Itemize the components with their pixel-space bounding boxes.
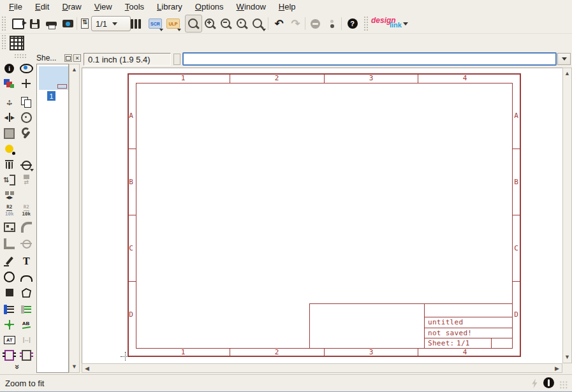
polygon-icon [21, 287, 32, 298]
add-part-tool[interactable] [19, 157, 34, 172]
menu-tools[interactable]: Tools [119, 1, 150, 13]
junction-tool[interactable] [2, 317, 17, 332]
zoom-select-button[interactable] [250, 15, 266, 32]
menu-library[interactable]: Library [150, 1, 189, 13]
scroll-left-icon[interactable]: ◀ [85, 366, 89, 372]
menu-view[interactable]: View [88, 1, 119, 13]
bus-tool[interactable] [2, 301, 17, 317]
dimension-tool[interactable]: |↔| [19, 332, 34, 347]
pinswap-tool[interactable]: ⇅ [2, 172, 17, 187]
ulp-icon: ULP [166, 18, 180, 29]
command-history-dropdown[interactable] [557, 53, 571, 65]
circle-tool[interactable] [2, 269, 17, 284]
toolbar-drag-handle[interactable] [1, 16, 6, 31]
zoom-in-button[interactable] [202, 15, 218, 32]
sheet-selector-combobox[interactable]: 1/1 [91, 16, 131, 31]
value-tool[interactable]: R210k [19, 203, 34, 218]
mirror-tool[interactable]: ◀▶ [2, 110, 17, 125]
polygon-tool[interactable] [19, 285, 34, 300]
toolbar-drag-handle[interactable] [1, 34, 6, 50]
move-tool[interactable]: ↔↕ [2, 94, 17, 110]
copy-tool[interactable] [19, 94, 34, 110]
designlink-dropdown[interactable] [400, 15, 411, 32]
mark-tool[interactable] [19, 76, 34, 91]
menu-help[interactable]: Help [272, 1, 302, 13]
menu-edit[interactable]: Edit [29, 1, 55, 13]
gateswap-tool[interactable]: ⇄ [19, 172, 34, 187]
sheets-scrollbar[interactable]: ▲ ▼ [69, 64, 80, 373]
label-tool[interactable]: AB [19, 317, 34, 332]
delete-tool[interactable] [2, 157, 17, 172]
net-tool[interactable] [19, 301, 34, 317]
port-tool[interactable] [19, 347, 34, 363]
run-script-button[interactable]: SCR [147, 15, 163, 32]
rotate-tool[interactable] [19, 110, 34, 125]
smash-icon [4, 222, 15, 232]
switch-to-board-button[interactable] [10, 15, 26, 32]
attribute-tool[interactable]: AT [2, 332, 17, 347]
zoom-redraw-button[interactable] [234, 15, 250, 32]
menu-file[interactable]: File [3, 1, 29, 13]
rectangle-icon [6, 289, 13, 296]
frame-column-label: 2 [272, 74, 282, 82]
chevron-down-icon [177, 29, 181, 31]
text-tool[interactable]: T [19, 254, 34, 269]
command-row-splitter[interactable] [173, 54, 180, 65]
menu-options[interactable]: Options [189, 1, 230, 13]
menu-draw[interactable]: Draw [55, 1, 87, 13]
scroll-down-icon[interactable]: ▼ [70, 364, 79, 370]
stop-command-button[interactable] [307, 15, 323, 32]
sheets-list [36, 64, 69, 373]
name-tool[interactable]: R210k [2, 203, 17, 218]
palette-expand-button[interactable]: » [10, 362, 26, 371]
scroll-down-icon[interactable]: ▼ [563, 354, 571, 360]
help-button[interactable]: ? [344, 15, 360, 32]
show-tool[interactable] [19, 61, 34, 76]
zoom-fit-icon [187, 18, 200, 30]
toolbar-drag-handle[interactable] [363, 16, 369, 31]
zoom-in-icon [204, 18, 216, 30]
canvas-horizontal-scrollbar[interactable]: ◀ ▶ [82, 363, 562, 373]
paste-tool[interactable] [2, 141, 17, 156]
wire-tool[interactable] [2, 254, 17, 269]
change-tool[interactable] [19, 126, 34, 141]
module-tool[interactable] [2, 347, 17, 363]
arc-tool[interactable] [19, 269, 34, 284]
use-library-button[interactable] [128, 15, 143, 32]
display-layers-tool[interactable] [2, 76, 17, 91]
zoom-out-button[interactable] [218, 15, 234, 32]
cam-processor-button[interactable] [60, 15, 76, 32]
scroll-up-icon[interactable]: ▲ [563, 71, 571, 76]
scroll-right-icon[interactable]: ▶ [555, 366, 559, 372]
scroll-up-icon[interactable]: ▲ [70, 67, 79, 73]
frame-row-label: D [512, 310, 520, 319]
menu-window[interactable]: Window [230, 1, 272, 13]
invoke-tool[interactable] [19, 236, 34, 251]
rect-tool[interactable] [2, 285, 17, 300]
command-input[interactable] [184, 54, 555, 64]
close-panel-button[interactable]: ✕ [73, 54, 81, 62]
canvas-vertical-scrollbar[interactable]: ▲ ▼ [562, 68, 572, 363]
smash-tool[interactable] [2, 219, 17, 235]
redo-button[interactable]: ↷ [288, 15, 304, 32]
float-panel-button[interactable] [64, 54, 72, 62]
alert-indicator-icon[interactable] [543, 377, 554, 388]
miter-tool[interactable] [19, 219, 34, 235]
window-resize-grip[interactable] [559, 381, 568, 389]
sheet-thumbnail[interactable] [39, 66, 68, 90]
zoom-fit-button[interactable] [185, 15, 202, 33]
print-button[interactable] [43, 15, 59, 32]
grid-button[interactable] [9, 34, 25, 51]
palette-drag-handle[interactable] [14, 54, 27, 59]
replace-tool[interactable]: ◀▶ [2, 187, 17, 203]
sheet-list-button[interactable]: ⇅ [79, 15, 91, 32]
origin-marker [121, 352, 129, 361]
undo-button[interactable]: ↶ [271, 15, 287, 32]
save-button[interactable] [27, 15, 43, 32]
info-tool[interactable]: i [2, 61, 17, 76]
sheet-number-badge[interactable]: 1 [47, 91, 55, 101]
group-tool[interactable] [2, 126, 17, 141]
run-ulp-button[interactable]: ULP [165, 15, 181, 32]
split-tool[interactable] [2, 236, 17, 251]
go-command-button[interactable] [324, 15, 340, 32]
